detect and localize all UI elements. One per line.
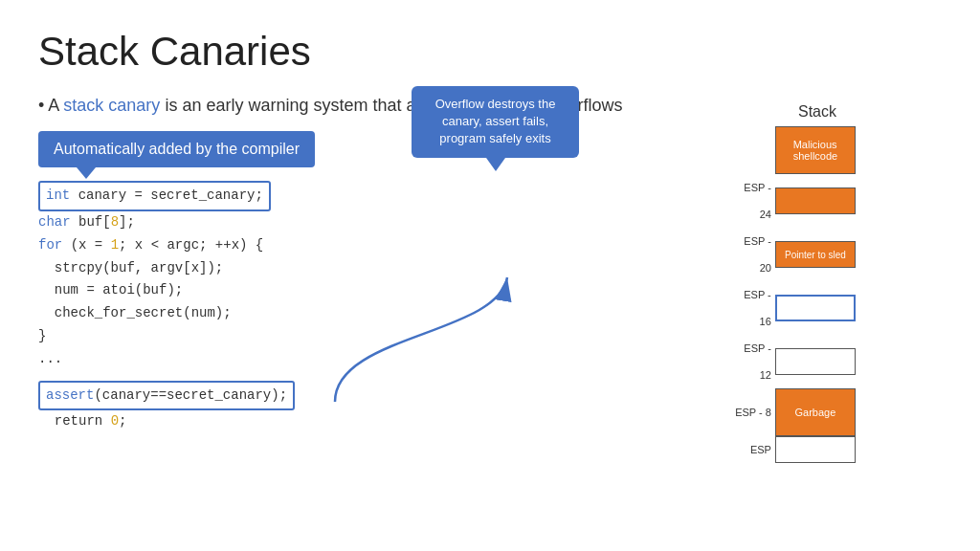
assert-highlighted: assert(canary==secret_canary); (38, 381, 295, 411)
return-line: return 0; (38, 410, 674, 433)
cell-esp8-garbage: Garbage (775, 388, 856, 436)
assert-keyword: assert (46, 387, 94, 403)
stack-diagram: Maliciousshellcode ESP - 24 ESP - 20 Poi… (731, 126, 856, 463)
int-keyword: int (46, 187, 70, 203)
overflow-callout: Overflow destroys the canary, assert fai… (412, 86, 579, 158)
compiler-callout: Automatically added by the compiler (38, 131, 315, 167)
stack-row-malicious: Maliciousshellcode (731, 126, 856, 174)
buf-decl: buf[ (78, 214, 111, 230)
code-line-5: num = atoi(buf); (38, 279, 674, 302)
return-keyword: return (38, 413, 111, 429)
assert-line: assert(canary==secret_canary); (38, 381, 674, 411)
return-zero: 0 (111, 413, 119, 429)
canary-init-line: int canary = secret_canary; (38, 181, 271, 211)
stack-row-esp8: ESP - 8 Garbage (731, 388, 856, 436)
for-cond2: ; x < argc; ++x) { (119, 237, 263, 253)
stack-row-esp16: ESP - 16 (731, 281, 856, 335)
stack-row-esp: ESP (731, 436, 856, 463)
code-block: int canary = secret_canary; char buf[8];… (38, 181, 674, 433)
code-line-7: } (38, 325, 674, 348)
addr-esp24: ESP - 24 (731, 174, 775, 228)
cell-esp24 (775, 187, 856, 214)
addr-esp16: ESP - 16 (731, 281, 775, 335)
char-keyword: char (38, 214, 71, 230)
cell-esp16-canary (775, 295, 856, 321)
code-line-1: int canary = secret_canary; (38, 181, 674, 211)
cell-esp12 (775, 348, 856, 375)
right-panel: Stack Maliciousshellcode ESP - 24 ESP - … (693, 94, 942, 463)
page-title: Stack Canaries (38, 29, 942, 75)
for-cond: (x = (71, 237, 111, 253)
assert-body: (canary==secret_canary); (94, 387, 287, 403)
code-line-2: char buf[8]; (38, 211, 674, 234)
code-line-4: strcpy(buf, argv[x]); (38, 257, 674, 280)
cell-esp20: Pointer to sled (775, 241, 856, 268)
addr-esp20: ESP - 20 (731, 228, 775, 281)
stack-row-esp24: ESP - 24 (731, 174, 856, 228)
code-line-3: for (x = 1; x < argc; ++x) { (38, 234, 674, 257)
slide: Stack Canaries • A stack canary is an ea… (0, 0, 980, 551)
addr-esp12: ESP - 12 (731, 335, 775, 388)
stack-canary-term: stack canary (63, 96, 160, 115)
addr-esp: ESP (731, 436, 775, 463)
for-init: 1 (111, 237, 119, 253)
cell-malicious: Maliciousshellcode (775, 126, 856, 174)
bullet-prefix: A (48, 96, 63, 115)
stack-row-esp20: ESP - 20 Pointer to sled (731, 228, 856, 281)
for-keyword: for (38, 237, 62, 253)
addr-esp8: ESP - 8 (731, 399, 775, 426)
code-line-6: check_for_secret(num); (38, 302, 674, 325)
cell-esp (775, 436, 856, 463)
buf-decl-end: ]; (119, 214, 135, 230)
return-semi: ; (119, 413, 126, 429)
stack-row-esp12: ESP - 12 (731, 335, 856, 388)
stack-label: Stack (693, 103, 942, 121)
canary-assign: canary = secret_canary; (78, 187, 263, 203)
buf-size: 8 (111, 214, 119, 230)
code-line-8: ... (38, 348, 674, 371)
